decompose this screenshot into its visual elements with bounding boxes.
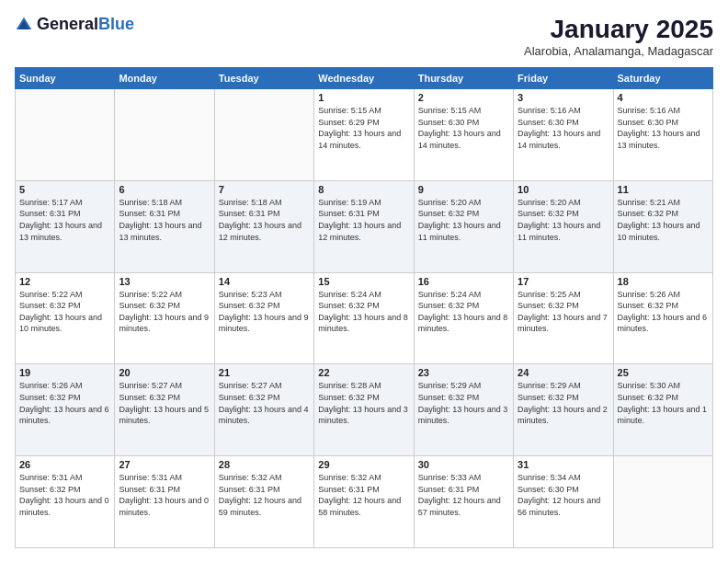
- calendar-cell: 27Sunrise: 5:31 AM Sunset: 6:31 PM Dayli…: [115, 456, 214, 548]
- calendar-cell: 24Sunrise: 5:29 AM Sunset: 6:32 PM Dayli…: [514, 364, 613, 456]
- calendar-header-row: SundayMondayTuesdayWednesdayThursdayFrid…: [16, 68, 713, 89]
- cell-details: Sunrise: 5:20 AM Sunset: 6:32 PM Dayligh…: [518, 197, 609, 243]
- calendar-cell: 16Sunrise: 5:24 AM Sunset: 6:32 PM Dayli…: [414, 272, 513, 364]
- cell-details: Sunrise: 5:29 AM Sunset: 6:32 PM Dayligh…: [518, 380, 609, 426]
- day-number: 21: [219, 367, 310, 378]
- cell-details: Sunrise: 5:15 AM Sunset: 6:30 PM Dayligh…: [418, 105, 509, 151]
- calendar-week-row: 1Sunrise: 5:15 AM Sunset: 6:29 PM Daylig…: [16, 89, 713, 181]
- cell-details: Sunrise: 5:22 AM Sunset: 6:32 PM Dayligh…: [119, 289, 210, 335]
- cell-details: Sunrise: 5:18 AM Sunset: 6:31 PM Dayligh…: [119, 197, 210, 243]
- calendar-cell: 30Sunrise: 5:33 AM Sunset: 6:31 PM Dayli…: [414, 456, 513, 548]
- day-number: 4: [618, 92, 709, 103]
- logo-icon: [15, 16, 33, 34]
- calendar-cell: 11Sunrise: 5:21 AM Sunset: 6:32 PM Dayli…: [613, 180, 712, 272]
- cell-details: Sunrise: 5:21 AM Sunset: 6:32 PM Dayligh…: [618, 197, 709, 243]
- day-number: 7: [219, 184, 310, 195]
- day-number: 25: [618, 367, 709, 378]
- calendar-cell: 20Sunrise: 5:27 AM Sunset: 6:32 PM Dayli…: [115, 364, 214, 456]
- cell-details: Sunrise: 5:15 AM Sunset: 6:29 PM Dayligh…: [318, 105, 409, 151]
- title-block: January 2025 Alarobia, Analamanga, Madag…: [524, 15, 713, 58]
- cell-details: Sunrise: 5:33 AM Sunset: 6:31 PM Dayligh…: [418, 472, 509, 518]
- cell-details: Sunrise: 5:16 AM Sunset: 6:30 PM Dayligh…: [518, 105, 609, 151]
- cell-details: Sunrise: 5:22 AM Sunset: 6:32 PM Dayligh…: [19, 289, 110, 335]
- day-number: 20: [119, 367, 210, 378]
- day-number: 17: [518, 276, 609, 287]
- calendar-cell: 3Sunrise: 5:16 AM Sunset: 6:30 PM Daylig…: [514, 89, 613, 181]
- weekday-header: Sunday: [16, 68, 115, 89]
- calendar-cell: 9Sunrise: 5:20 AM Sunset: 6:32 PM Daylig…: [414, 180, 513, 272]
- calendar-cell: 14Sunrise: 5:23 AM Sunset: 6:32 PM Dayli…: [214, 272, 313, 364]
- day-number: 23: [418, 367, 509, 378]
- calendar-week-row: 12Sunrise: 5:22 AM Sunset: 6:32 PM Dayli…: [16, 272, 713, 364]
- day-number: 8: [318, 184, 409, 195]
- day-number: 6: [119, 184, 210, 195]
- calendar-cell: 23Sunrise: 5:29 AM Sunset: 6:32 PM Dayli…: [414, 364, 513, 456]
- calendar-cell: [613, 456, 712, 548]
- day-number: 3: [518, 92, 609, 103]
- calendar-week-row: 19Sunrise: 5:26 AM Sunset: 6:32 PM Dayli…: [16, 364, 713, 456]
- cell-details: Sunrise: 5:23 AM Sunset: 6:32 PM Dayligh…: [219, 289, 310, 335]
- calendar-cell: 18Sunrise: 5:26 AM Sunset: 6:32 PM Dayli…: [613, 272, 712, 364]
- cell-details: Sunrise: 5:26 AM Sunset: 6:32 PM Dayligh…: [19, 380, 110, 426]
- day-number: 29: [318, 459, 409, 470]
- logo-blue: Blue: [98, 15, 134, 33]
- calendar-cell: 5Sunrise: 5:17 AM Sunset: 6:31 PM Daylig…: [16, 180, 115, 272]
- calendar-cell: 12Sunrise: 5:22 AM Sunset: 6:32 PM Dayli…: [16, 272, 115, 364]
- cell-details: Sunrise: 5:30 AM Sunset: 6:32 PM Dayligh…: [618, 380, 709, 426]
- calendar-cell: 21Sunrise: 5:27 AM Sunset: 6:32 PM Dayli…: [214, 364, 313, 456]
- calendar-cell: 4Sunrise: 5:16 AM Sunset: 6:30 PM Daylig…: [613, 89, 712, 181]
- weekday-header: Thursday: [414, 68, 513, 89]
- cell-details: Sunrise: 5:18 AM Sunset: 6:31 PM Dayligh…: [219, 197, 310, 243]
- logo-general: General: [37, 15, 98, 33]
- calendar-cell: 13Sunrise: 5:22 AM Sunset: 6:32 PM Dayli…: [115, 272, 214, 364]
- day-number: 22: [318, 367, 409, 378]
- weekday-header: Monday: [115, 68, 214, 89]
- calendar-cell: 25Sunrise: 5:30 AM Sunset: 6:32 PM Dayli…: [613, 364, 712, 456]
- calendar-cell: 1Sunrise: 5:15 AM Sunset: 6:29 PM Daylig…: [314, 89, 414, 181]
- weekday-header: Tuesday: [214, 68, 313, 89]
- weekday-header: Saturday: [613, 68, 712, 89]
- calendar-cell: [214, 89, 313, 181]
- day-number: 19: [19, 367, 110, 378]
- calendar-cell: 28Sunrise: 5:32 AM Sunset: 6:31 PM Dayli…: [214, 456, 313, 548]
- header: GeneralBlue January 2025 Alarobia, Anala…: [15, 15, 713, 58]
- day-number: 5: [19, 184, 110, 195]
- calendar-cell: 2Sunrise: 5:15 AM Sunset: 6:30 PM Daylig…: [414, 89, 513, 181]
- cell-details: Sunrise: 5:27 AM Sunset: 6:32 PM Dayligh…: [119, 380, 210, 426]
- day-number: 10: [518, 184, 609, 195]
- cell-details: Sunrise: 5:17 AM Sunset: 6:31 PM Dayligh…: [19, 197, 110, 243]
- day-number: 24: [518, 367, 609, 378]
- calendar-cell: [16, 89, 115, 181]
- cell-details: Sunrise: 5:19 AM Sunset: 6:31 PM Dayligh…: [318, 197, 409, 243]
- cell-details: Sunrise: 5:16 AM Sunset: 6:30 PM Dayligh…: [618, 105, 709, 151]
- day-number: 11: [618, 184, 709, 195]
- cell-details: Sunrise: 5:26 AM Sunset: 6:32 PM Dayligh…: [618, 289, 709, 335]
- cell-details: Sunrise: 5:32 AM Sunset: 6:31 PM Dayligh…: [219, 472, 310, 518]
- calendar-table: SundayMondayTuesdayWednesdayThursdayFrid…: [15, 67, 713, 548]
- cell-details: Sunrise: 5:28 AM Sunset: 6:32 PM Dayligh…: [318, 380, 409, 426]
- calendar-week-row: 26Sunrise: 5:31 AM Sunset: 6:32 PM Dayli…: [16, 456, 713, 548]
- weekday-header: Wednesday: [314, 68, 414, 89]
- cell-details: Sunrise: 5:29 AM Sunset: 6:32 PM Dayligh…: [418, 380, 509, 426]
- calendar-cell: 7Sunrise: 5:18 AM Sunset: 6:31 PM Daylig…: [214, 180, 313, 272]
- day-number: 14: [219, 276, 310, 287]
- calendar-cell: 26Sunrise: 5:31 AM Sunset: 6:32 PM Dayli…: [16, 456, 115, 548]
- month-title: January 2025: [524, 15, 713, 44]
- cell-details: Sunrise: 5:27 AM Sunset: 6:32 PM Dayligh…: [219, 380, 310, 426]
- cell-details: Sunrise: 5:31 AM Sunset: 6:32 PM Dayligh…: [19, 472, 110, 518]
- cell-details: Sunrise: 5:20 AM Sunset: 6:32 PM Dayligh…: [418, 197, 509, 243]
- weekday-header: Friday: [514, 68, 613, 89]
- day-number: 2: [418, 92, 509, 103]
- calendar-cell: 15Sunrise: 5:24 AM Sunset: 6:32 PM Dayli…: [314, 272, 414, 364]
- day-number: 16: [418, 276, 509, 287]
- cell-details: Sunrise: 5:24 AM Sunset: 6:32 PM Dayligh…: [418, 289, 509, 335]
- day-number: 31: [518, 459, 609, 470]
- calendar-week-row: 5Sunrise: 5:17 AM Sunset: 6:31 PM Daylig…: [16, 180, 713, 272]
- cell-details: Sunrise: 5:32 AM Sunset: 6:31 PM Dayligh…: [318, 472, 409, 518]
- cell-details: Sunrise: 5:31 AM Sunset: 6:31 PM Dayligh…: [119, 472, 210, 518]
- calendar-cell: 19Sunrise: 5:26 AM Sunset: 6:32 PM Dayli…: [16, 364, 115, 456]
- cell-details: Sunrise: 5:34 AM Sunset: 6:30 PM Dayligh…: [518, 472, 609, 518]
- cell-details: Sunrise: 5:25 AM Sunset: 6:32 PM Dayligh…: [518, 289, 609, 335]
- day-number: 15: [318, 276, 409, 287]
- calendar-cell: [115, 89, 214, 181]
